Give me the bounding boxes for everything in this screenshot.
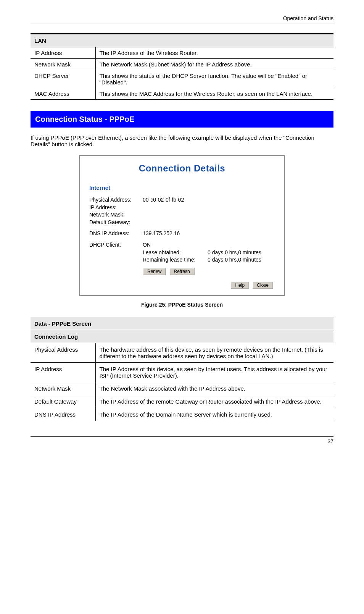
lan-row-label: Network Mask	[31, 59, 95, 70]
data-row-label: Network Mask	[31, 382, 95, 395]
field-label: IP Address:	[89, 204, 143, 212]
table-row: IP Address The IP Address of this device…	[31, 362, 333, 382]
close-button[interactable]: Close	[252, 281, 273, 289]
lan-row-value: This shows the MAC Address for the Wirel…	[95, 88, 333, 100]
data-row-value: The hardware address of this device, as …	[95, 343, 333, 362]
pppoe-data-table: Data - PPPoE Screen Connection Log Physi…	[31, 317, 333, 421]
dialog-lease-details: Lease obtained:0 days,0 hrs,0 minutes Re…	[143, 249, 275, 264]
connection-details-dialog: Connection Details Internet Physical Add…	[79, 155, 285, 296]
lan-row-value: This shows the status of the DHCP Server…	[95, 70, 333, 88]
header-rule	[31, 24, 333, 24]
table-row: DHCP Server This shows the status of the…	[31, 70, 333, 88]
field-label: Lease obtained:	[143, 249, 208, 257]
dialog-block-dhcp: DHCP Client:ON Lease obtained:0 days,0 h…	[89, 241, 275, 264]
field-label: DNS IP Address:	[89, 230, 143, 238]
field-value: ON	[143, 241, 275, 249]
dialog-block-dns: DNS IP Address:139.175.252.16	[89, 230, 275, 238]
field-label: DHCP Client:	[89, 241, 143, 249]
lan-table-header: LAN	[31, 34, 333, 47]
field-value: 0 days,0 hrs,0 minutes	[208, 256, 261, 264]
section-heading-bar: Connection Status - PPPoE	[31, 111, 333, 128]
page-number: 37	[31, 438, 333, 444]
table-row: Network Mask The Network Mask associated…	[31, 382, 333, 395]
data-row-label: IP Address	[31, 362, 95, 382]
header-section-title: Operation and Status	[31, 15, 333, 21]
renew-button[interactable]: Renew	[143, 268, 166, 275]
data-row-value: The IP Address of the remote Gateway or …	[95, 395, 333, 408]
lan-row-label: DHCP Server	[31, 70, 95, 88]
table-row: Network Mask The Network Mask (Subnet Ma…	[31, 59, 333, 70]
field-label: Physical Address:	[89, 196, 143, 204]
table-row: DNS IP Address The IP Address of the Dom…	[31, 408, 333, 421]
dialog-subheading: Internet	[89, 184, 275, 191]
field-value	[143, 204, 275, 212]
data-row-value: The IP Address of this device, as seen b…	[95, 362, 333, 382]
field-label: Default Gateway:	[89, 219, 143, 226]
refresh-button[interactable]: Refresh	[169, 268, 195, 275]
table-row: MAC Address This shows the MAC Address f…	[31, 88, 333, 100]
dialog-title: Connection Details	[89, 163, 275, 174]
dialog-right-buttons: Help Close	[89, 281, 275, 289]
data-row-label: Physical Address	[31, 343, 95, 362]
intro-paragraph: If using PPPoE (PPP over Ethernet), a sc…	[31, 134, 333, 147]
lan-row-label: MAC Address	[31, 88, 95, 100]
lan-row-value: The Network Mask (Subnet Mask) for the I…	[95, 59, 333, 70]
table-row: Default Gateway The IP Address of the re…	[31, 395, 333, 408]
data-row-label: Default Gateway	[31, 395, 95, 408]
data-row-label: DNS IP Address	[31, 408, 95, 421]
table-row: IP Address The IP Address of the Wireles…	[31, 47, 333, 59]
lan-row-value: The IP Address of the Wireless Router.	[95, 47, 333, 59]
field-value	[143, 219, 275, 226]
lan-row-label: IP Address	[31, 47, 95, 59]
field-label: Network Mask:	[89, 211, 143, 219]
data-table-title: Data - PPPoE Screen	[31, 317, 333, 330]
field-value: 00-c0-02-0f-fb-02	[143, 196, 275, 204]
data-row-value: The IP Address of the Domain Name Server…	[95, 408, 333, 421]
footer-rule	[31, 436, 333, 437]
field-label: Remaining lease time:	[143, 256, 208, 264]
data-row-value: The Network Mask associated with the IP …	[95, 382, 333, 395]
figure-caption: Figure 25: PPPoE Status Screen	[31, 302, 333, 308]
dialog-center-buttons: Renew Refresh	[143, 268, 275, 275]
dialog-block-physical: Physical Address:00-c0-02-0f-fb-02 IP Ad…	[89, 196, 275, 226]
field-value	[143, 211, 275, 219]
field-value: 139.175.252.16	[143, 230, 275, 238]
data-table-subheader: Connection Log	[31, 330, 333, 343]
table-row: Physical Address The hardware address of…	[31, 343, 333, 362]
help-button[interactable]: Help	[230, 281, 249, 289]
field-value: 0 days,0 hrs,0 minutes	[208, 249, 261, 257]
lan-table: LAN IP Address The IP Address of the Wir…	[31, 33, 333, 100]
